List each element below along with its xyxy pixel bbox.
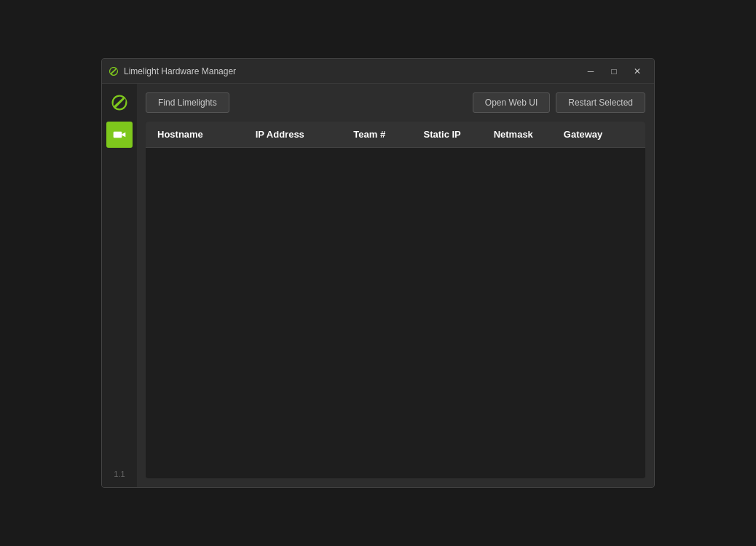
col-team: Team # <box>353 129 423 140</box>
col-gateway: Gateway <box>564 129 634 140</box>
toolbar-right: Open Web UI Restart Selected <box>473 92 645 113</box>
window-title: Limelight Hardware Manager <box>124 66 236 76</box>
maximize-button[interactable]: □ <box>603 63 625 80</box>
device-table: Hostname IP Address Team # Static IP Net… <box>146 122 645 478</box>
app-body: 1.1 Find Limelights Open Web UI Restart … <box>102 84 654 487</box>
col-netmask: Netmask <box>494 129 564 140</box>
col-static-ip: Static IP <box>423 129 493 140</box>
open-web-ui-button[interactable]: Open Web UI <box>473 92 550 113</box>
title-bar: Limelight Hardware Manager ─ □ ✕ <box>102 59 654 84</box>
window-controls: ─ □ ✕ <box>580 63 648 80</box>
table-header: Hostname IP Address Team # Static IP Net… <box>146 122 645 148</box>
sidebar-logo[interactable] <box>106 90 133 116</box>
find-limelights-button[interactable]: Find Limelights <box>146 92 229 113</box>
table-body <box>146 148 645 478</box>
version-label: 1.1 <box>114 470 125 478</box>
close-button[interactable]: ✕ <box>626 63 648 80</box>
app-window: Limelight Hardware Manager ─ □ ✕ 1.1 <box>101 58 655 488</box>
title-bar-left: Limelight Hardware Manager <box>108 66 580 77</box>
minimize-button[interactable]: ─ <box>580 63 602 80</box>
col-ip-address: IP Address <box>256 129 354 140</box>
svg-rect-0 <box>114 132 122 138</box>
col-hostname: Hostname <box>157 129 256 140</box>
restart-selected-button[interactable]: Restart Selected <box>556 92 645 113</box>
toolbar: Find Limelights Open Web UI Restart Sele… <box>146 92 645 113</box>
toolbar-left: Find Limelights <box>146 92 229 113</box>
app-icon <box>108 66 119 77</box>
main-content: Find Limelights Open Web UI Restart Sele… <box>137 84 654 487</box>
sidebar-item-camera[interactable] <box>106 122 133 148</box>
sidebar: 1.1 <box>102 84 137 487</box>
